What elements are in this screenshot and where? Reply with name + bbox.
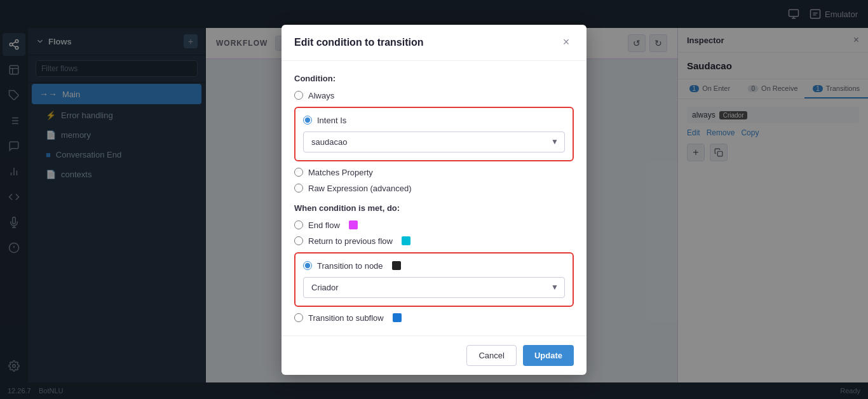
intent-select-wrapper: saudacao ▼ [303,132,565,152]
radio-raw-input[interactable] [294,184,303,193]
modal-close-button[interactable]: × [559,35,574,50]
condition-box: Intent Is saudacao ▼ [294,107,574,161]
radio-end-flow-label: End flow [308,220,340,230]
intent-select[interactable]: saudacao [303,132,565,152]
radio-intent-input[interactable] [303,116,312,125]
radio-end-flow-input[interactable] [294,220,303,229]
modal-footer: Cancel Update [281,335,587,375]
radio-return-input[interactable] [294,236,303,245]
transition-node-swatch [392,261,401,270]
radio-intent-is[interactable]: Intent Is [303,116,565,125]
radio-raw-label: Raw Expression (advanced) [308,184,412,193]
condition-label: Condition: [294,74,574,83]
radio-end-flow[interactable]: End flow [294,220,574,230]
cancel-button[interactable]: Cancel [466,345,516,366]
radio-subflow-label: Transition to subflow [308,313,384,323]
node-select[interactable]: Criador [303,277,565,298]
radio-raw-expression[interactable]: Raw Expression (advanced) [294,184,574,193]
radio-transition-node[interactable]: Transition to node [303,261,565,271]
radio-subflow-input[interactable] [294,313,303,322]
modal-title: Edit condition to transition [294,37,424,48]
radio-matches-input[interactable] [294,168,303,177]
radio-transition-node-label: Transition to node [317,261,383,271]
return-flow-swatch [402,236,410,245]
modal-header: Edit condition to transition × [281,25,587,61]
radio-matches-property[interactable]: Matches Property [294,168,574,177]
radio-transition-subflow[interactable]: Transition to subflow [294,313,574,323]
radio-return-flow[interactable]: Return to previous flow [294,236,574,246]
radio-always-input[interactable] [294,91,303,100]
radio-intent-label: Intent Is [317,116,346,125]
modal-body: Condition: Always Intent Is saudacao ▼ [281,61,587,335]
edit-condition-modal: Edit condition to transition × Condition… [281,25,587,375]
when-condition-label: When condition is met, do: [294,203,574,213]
radio-always[interactable]: Always [294,91,574,100]
radio-return-label: Return to previous flow [308,236,393,246]
radio-matches-label: Matches Property [308,168,373,177]
transition-subflow-swatch [393,313,402,322]
radio-transition-node-input[interactable] [303,261,312,270]
node-select-wrapper: Criador ▼ [303,277,565,298]
modal-backdrop: Edit condition to transition × Condition… [0,0,868,399]
transition-to-node-box: Transition to node Criador ▼ [294,252,574,307]
end-flow-swatch [349,220,358,229]
update-button[interactable]: Update [523,345,574,366]
radio-always-label: Always [308,91,334,100]
